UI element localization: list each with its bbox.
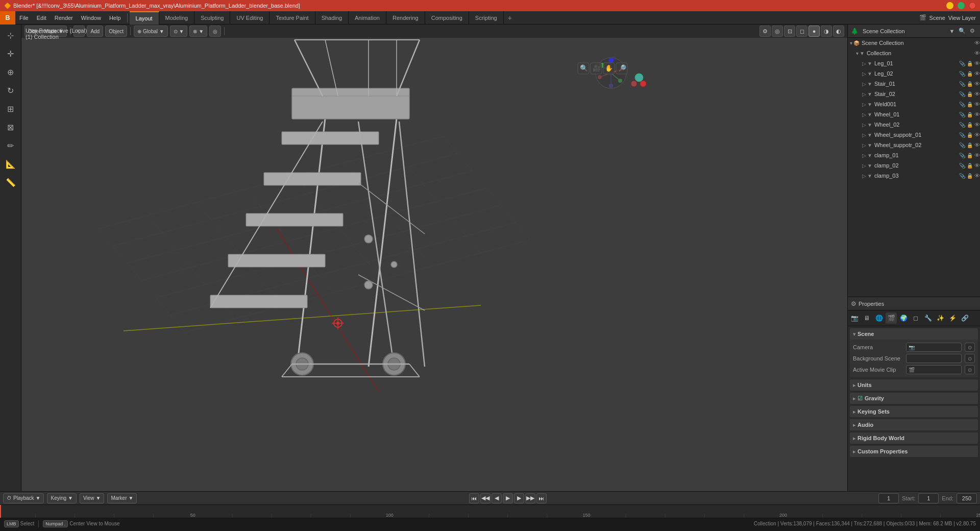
timeline-marker-btn[interactable]: Marker ▼: [107, 493, 137, 503]
ws-sculpting[interactable]: Sculpting: [194, 11, 230, 25]
object-menu-btn[interactable]: Object: [105, 26, 127, 37]
sidebar-rotate-tool[interactable]: ↻: [2, 82, 19, 99]
add-menu-btn[interactable]: Add: [87, 26, 103, 37]
scene-section-header[interactable]: ▾ Scene: [850, 328, 978, 340]
ws-modeling[interactable]: Modeling: [159, 11, 195, 25]
end-frame-input[interactable]: 250: [957, 493, 977, 503]
outliner-item-leg_02[interactable]: ▷ ▼ Leg_02 📎 🔒 👁: [848, 68, 980, 79]
blender-logo[interactable]: B: [0, 11, 15, 25]
menu-help[interactable]: Help: [105, 11, 125, 25]
outliner-item-stair_01[interactable]: ▷ ▼ Stair_01 📎 🔒 👁: [848, 79, 980, 89]
sidebar-measure-tool[interactable]: 📐: [2, 155, 19, 173]
outliner-item-wheel_01[interactable]: ▷ ▼ Wheel_01 📎 🔒 👁: [848, 109, 980, 119]
outliner-filter[interactable]: ▼: [947, 27, 957, 36]
scene-props-icon[interactable]: 🎬: [886, 312, 897, 324]
viewport-3d[interactable]: Object Mode ▼ ▽ Add Object ⊕ Global ▼ ⊙ …: [21, 25, 847, 491]
sidebar-transform-tool[interactable]: ⊠: [2, 118, 19, 136]
sidebar-cursor-tool[interactable]: ✛: [2, 45, 19, 62]
viewport-select[interactable]: ▽: [74, 26, 85, 37]
titlebar-controls[interactable]: [946, 2, 976, 9]
bg-scene-btn[interactable]: ⊙: [965, 354, 975, 363]
gravity-checkbox[interactable]: ☑: [857, 395, 863, 402]
timeline-view-btn[interactable]: View ▼: [80, 493, 104, 503]
outliner-item-leg_01[interactable]: ▷ ▼ Leg_01 📎 🔒 👁: [848, 58, 980, 68]
add-workspace-button[interactable]: +: [504, 11, 516, 25]
sidebar-move-tool[interactable]: ⊕: [2, 63, 19, 81]
maximize-button[interactable]: [958, 2, 965, 9]
outliner-item-clamp_01[interactable]: ▷ ▼ clamp_01 📎 🔒 👁: [848, 150, 980, 160]
camera-value[interactable]: 📷: [906, 343, 962, 352]
camera-pick-btn[interactable]: ⊙: [965, 343, 975, 352]
prev-frame-btn[interactable]: ◀: [492, 493, 502, 503]
audio-section-header[interactable]: ▸ Audio: [850, 419, 978, 430]
render-props-icon[interactable]: 📷: [849, 312, 860, 324]
ws-texture-paint[interactable]: Texture Paint: [270, 11, 315, 25]
particles-props-icon[interactable]: ✨: [935, 312, 946, 324]
ws-layout[interactable]: Layout: [130, 11, 159, 25]
menu-render[interactable]: Render: [51, 11, 77, 25]
shading-wire[interactable]: ◻: [796, 26, 807, 37]
timeline-playback-btn[interactable]: ⏱ Playback ▼: [3, 493, 44, 503]
outliner-scene-collection[interactable]: ▾ 📦 Scene Collection 👁: [848, 38, 980, 48]
menu-edit[interactable]: Edit: [33, 11, 51, 25]
jump-to-start-btn[interactable]: ⏮: [469, 493, 479, 503]
overlay-btn[interactable]: ◎: [772, 26, 783, 37]
movie-clip-value[interactable]: 🎬: [906, 365, 962, 374]
constraints-props-icon[interactable]: 🔗: [959, 312, 970, 324]
minimize-button[interactable]: [946, 2, 953, 9]
vis-icon-0[interactable]: 👁: [974, 50, 980, 56]
timeline-ruler[interactable]: 1||||50||||100||||150||||200||||250: [0, 505, 980, 518]
output-props-icon[interactable]: 🖥: [861, 312, 872, 324]
close-button[interactable]: [969, 2, 976, 9]
ws-scripting[interactable]: Scripting: [469, 11, 504, 25]
menu-file[interactable]: File: [15, 11, 33, 25]
gravity-section-header[interactable]: ▸ ☑ Gravity: [850, 393, 978, 404]
object-props-icon[interactable]: ◻: [910, 312, 921, 324]
jump-to-end-btn[interactable]: ⏭: [536, 493, 547, 503]
sidebar-scale-tool[interactable]: ⊞: [2, 100, 19, 117]
world-props-icon[interactable]: 🌍: [898, 312, 909, 324]
transform-space-btn[interactable]: ⊕ Global ▼: [134, 26, 168, 37]
next-keyframe-btn[interactable]: ▶▶: [525, 493, 535, 503]
visibility-icon[interactable]: 👁: [974, 40, 980, 46]
outliner-item-wheel_02[interactable]: ▷ ▼ Wheel_02 📎 🔒 👁: [848, 119, 980, 130]
shading-material[interactable]: ◑: [821, 26, 832, 37]
rigid-body-header[interactable]: ▸ Rigid Body World: [850, 432, 978, 444]
outliner-item-stair_02[interactable]: ▷ ▼ Stair_02 📎 🔒 👁: [848, 89, 980, 99]
outliner-item-clamp_03[interactable]: ▷ ▼ clamp_03 📎 🔒 👁: [848, 171, 980, 181]
snap-btn[interactable]: ⊗ ▼: [189, 26, 207, 37]
menu-window[interactable]: Window: [77, 11, 105, 25]
bg-scene-value[interactable]: [906, 354, 962, 363]
proportional-btn[interactable]: ◎: [209, 26, 221, 37]
keying-sets-header[interactable]: ▸ Keying Sets: [850, 406, 978, 417]
ws-rendering[interactable]: Rendering: [386, 11, 425, 25]
outliner-search[interactable]: 🔍: [958, 27, 967, 36]
sidebar-select-tool[interactable]: ⊹: [2, 27, 19, 44]
play-btn[interactable]: ▶: [503, 493, 513, 503]
physics-props-icon[interactable]: ⚡: [947, 312, 958, 324]
outliner-item-wheel_suppotr_02[interactable]: ▷ ▼ Wheel_suppotr_02 📎 🔒 👁: [848, 140, 980, 150]
ws-compositing[interactable]: Compositing: [425, 11, 469, 25]
movie-clip-btn[interactable]: ⊙: [965, 365, 975, 374]
timeline-keying-btn[interactable]: Keying ▼: [47, 493, 76, 503]
ws-animation[interactable]: Animation: [349, 11, 386, 25]
outliner-item-wheel_suppotr_01[interactable]: ▷ ▼ Wheel_suppotr_01 📎 🔒 👁: [848, 130, 980, 140]
timeline-cursor[interactable]: [0, 505, 1, 518]
view-layer-props-icon[interactable]: 🌐: [873, 312, 885, 324]
object-mode-dropdown[interactable]: Object Mode ▼: [24, 26, 67, 37]
ws-uv-editing[interactable]: UV Editing: [230, 11, 270, 25]
start-frame-input[interactable]: 1: [918, 493, 939, 503]
sidebar-extra-tool[interactable]: 📏: [2, 174, 19, 191]
outliner-item-weld001[interactable]: ▷ ▼ Weld001 📎 🔒 👁: [848, 99, 980, 109]
next-frame-btn[interactable]: ▶: [514, 493, 524, 503]
outliner-settings[interactable]: ⚙: [968, 27, 977, 36]
pivot-btn[interactable]: ⊙ ▼: [170, 26, 188, 37]
current-frame-input[interactable]: 1: [878, 493, 899, 503]
modifier-props-icon[interactable]: 🔧: [922, 312, 934, 324]
xray-btn[interactable]: ⊡: [784, 26, 795, 37]
prev-keyframe-btn[interactable]: ◀◀: [480, 493, 491, 503]
view-gizmo-btn[interactable]: ⚙: [760, 26, 771, 37]
shading-render[interactable]: ◐: [833, 26, 844, 37]
outliner-collection[interactable]: ▾ ▼ Collection 👁: [848, 48, 980, 58]
shading-solid[interactable]: ●: [808, 26, 820, 37]
